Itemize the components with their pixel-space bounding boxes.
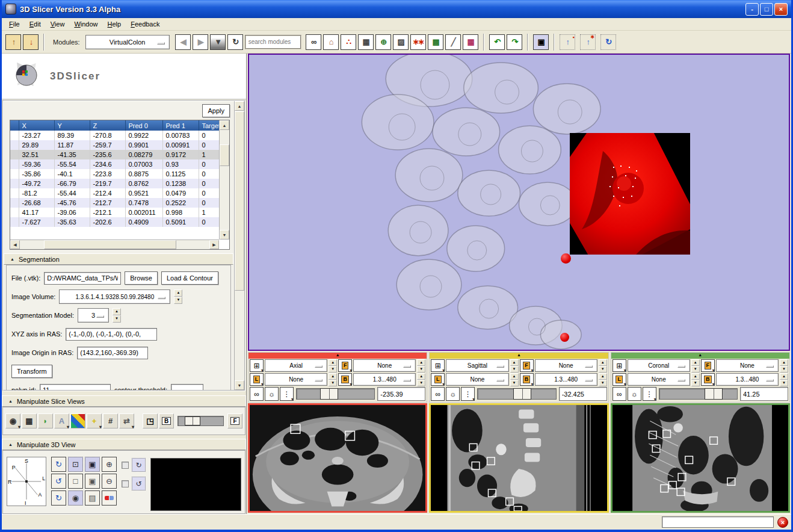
module-next-icon[interactable]: ▶ xyxy=(193,34,208,50)
slice-orientation-spinner[interactable] xyxy=(691,359,700,372)
label-dropdown[interactable]: None xyxy=(628,373,690,386)
look-from-axis-icon[interactable]: □ xyxy=(68,474,83,489)
menu-item[interactable]: Window xyxy=(69,19,102,29)
save-scene-icon[interactable]: ↓ xyxy=(23,34,39,50)
home-module-icon[interactable]: ⌂ xyxy=(323,34,339,50)
image-origin-input[interactable] xyxy=(77,347,148,359)
column-header[interactable]: X xyxy=(19,120,54,131)
table-vertical-scrollbar[interactable]: ▲▼ xyxy=(219,120,229,240)
axis-orientation-widget[interactable]: S I P A R L xyxy=(7,457,46,506)
table-horizontal-scrollbar[interactable]: ◀▶ xyxy=(10,240,219,249)
layout-icon[interactable]: ▣ xyxy=(533,34,549,50)
apply-button[interactable]: Apply xyxy=(202,104,230,117)
zoom-in-icon[interactable]: ⊕ xyxy=(102,457,117,472)
foreground-layer-icon[interactable]: F xyxy=(338,359,352,372)
slice-grid-crosshair-icon[interactable]: # xyxy=(103,413,118,428)
fiducial-marker[interactable] xyxy=(560,333,569,342)
load-contour-button[interactable]: Load & Contour xyxy=(161,271,218,285)
slice-colormap-icon[interactable] xyxy=(70,413,85,428)
table-row[interactable]: -59.36 -55.54 -234.6 0.07003 0.93 0 xyxy=(10,159,223,169)
background-layer-icon[interactable]: B xyxy=(701,373,715,386)
foreground-spinner[interactable] xyxy=(780,359,788,372)
add-fiducial-icon[interactable]: ↑ xyxy=(560,34,575,50)
table-row[interactable]: -35.86 -40.1 -223.8 0.8875 0.1125 0 xyxy=(10,169,223,179)
axial-slice-view[interactable] xyxy=(248,403,427,513)
modules-dropdown[interactable]: VirtualColon xyxy=(85,35,170,49)
3d-view[interactable] xyxy=(248,54,790,351)
sagittal-slice-view[interactable] xyxy=(429,403,608,513)
slice-offset-slider[interactable] xyxy=(659,388,738,400)
background-dropdown[interactable]: 1.3...480 xyxy=(716,373,779,386)
table-row[interactable]: -26.68 -45.76 -212.7 0.7478 0.2522 0 xyxy=(10,198,223,208)
column-header[interactable]: Z xyxy=(90,120,125,131)
label-dropdown[interactable]: None xyxy=(265,373,327,386)
volumes-module-icon[interactable]: ▦ xyxy=(358,34,374,50)
polyp-id-input[interactable] xyxy=(40,384,111,391)
module-back-icon[interactable]: ◀ xyxy=(175,34,191,50)
slice-options-icon[interactable]: ⋮ xyxy=(643,387,656,401)
link-slices-icon[interactable]: ∞ xyxy=(250,387,264,401)
compare-view-icon[interactable]: ◳ xyxy=(143,413,158,428)
spin-view-icon[interactable]: ↺ xyxy=(51,474,66,489)
column-header[interactable]: Pred 0 xyxy=(125,120,162,131)
background-spinner[interactable] xyxy=(599,373,607,386)
image-volume-dropdown[interactable]: 1.3.6.1.4.1.9328.50.99.28480 xyxy=(59,289,170,304)
close-button[interactable]: × xyxy=(774,3,788,16)
search-modules-input[interactable] xyxy=(245,35,301,49)
foreground-spinner[interactable] xyxy=(599,359,607,372)
slice-orientation-spinner[interactable] xyxy=(510,359,519,372)
editor-module-icon[interactable]: ▩ xyxy=(428,34,443,50)
background-spinner[interactable] xyxy=(417,373,425,386)
slice-title-bar[interactable] xyxy=(611,353,789,359)
module-history-icon[interactable]: ▼ xyxy=(210,34,226,50)
rotate-view-icon[interactable]: ↻ xyxy=(51,457,66,472)
menu-item[interactable]: View xyxy=(46,19,70,29)
spin-direction-icon[interactable]: ↻ xyxy=(132,458,146,472)
background-layer-icon[interactable]: B xyxy=(520,373,534,386)
stack-capture-icon[interactable]: ▤ xyxy=(85,490,100,506)
fiducials-module-icon[interactable]: ∗∗ xyxy=(410,34,426,50)
zoom-out-icon[interactable]: ⊖ xyxy=(102,474,117,489)
stereo-glasses-icon[interactable] xyxy=(102,490,117,506)
search-modules-icon[interactable]: ∞ xyxy=(306,34,321,50)
colors-module-icon[interactable]: ▦ xyxy=(463,34,478,50)
visibility-3d-icon[interactable]: ◉ xyxy=(68,490,83,506)
view3d-section-header[interactable]: Manipulate 3D View xyxy=(2,439,246,450)
status-message-field[interactable] xyxy=(662,516,774,528)
table-row[interactable]: 29.89 11.87 -259.7 0.9901 0.00991 0 xyxy=(10,140,223,150)
screen-capture-icon[interactable]: ↻ xyxy=(600,34,616,50)
coronal-slice-view[interactable] xyxy=(611,403,790,513)
image-volume-spinner[interactable] xyxy=(174,289,182,304)
slice-visibility-toggle-icon[interactable]: ☼ xyxy=(446,387,460,401)
slice-fan-icon[interactable]: ◗ xyxy=(38,413,53,428)
xyz-axis-input[interactable] xyxy=(66,328,157,341)
measurements-module-icon[interactable]: ╱ xyxy=(445,34,461,50)
background-dropdown[interactable]: 1.3...480 xyxy=(353,373,416,386)
capture-view-icon[interactable]: ▣ xyxy=(85,457,100,472)
rock-direction-icon[interactable]: ↺ xyxy=(132,477,146,490)
compare-background-icon[interactable]: B xyxy=(159,413,174,428)
slice-grid-icon[interactable]: ▦ xyxy=(22,413,37,428)
spin-view-checkbox[interactable] xyxy=(122,462,129,469)
label-layer-icon[interactable]: L xyxy=(612,373,626,386)
label-spinner[interactable] xyxy=(329,373,337,386)
menu-item[interactable]: Help xyxy=(103,19,126,29)
menu-item[interactable]: Feedback xyxy=(126,19,164,29)
slice-title-bar[interactable] xyxy=(248,353,427,359)
data-hierarchy-icon[interactable]: ∴ xyxy=(341,34,356,50)
slice-orientation-dropdown[interactable]: Coronal xyxy=(628,359,690,372)
table-row[interactable]: -23.27 89.39 -270.8 0.9922 0.00783 0 xyxy=(10,131,223,140)
transforms-module-icon[interactable]: ▨ xyxy=(393,34,409,50)
table-row[interactable]: -81.2 -55.44 -212.4 0.9521 0.0479 0 xyxy=(10,188,223,198)
redo-icon[interactable]: ↷ xyxy=(507,34,522,50)
column-header[interactable]: Pred 1 xyxy=(162,120,199,131)
background-spinner[interactable] xyxy=(780,373,788,386)
slice-visibility-icon[interactable]: ◉ xyxy=(5,413,20,428)
label-layer-icon[interactable]: L xyxy=(431,373,445,386)
slice-offset-value[interactable] xyxy=(740,387,788,401)
foreground-spinner[interactable] xyxy=(417,359,425,372)
slice-offset-slider[interactable] xyxy=(477,388,556,400)
slice-orientation-dropdown[interactable]: Axial xyxy=(265,359,327,372)
slice-opacity-slider[interactable] xyxy=(177,416,224,426)
slice-options-icon[interactable]: ⋮ xyxy=(280,387,294,401)
